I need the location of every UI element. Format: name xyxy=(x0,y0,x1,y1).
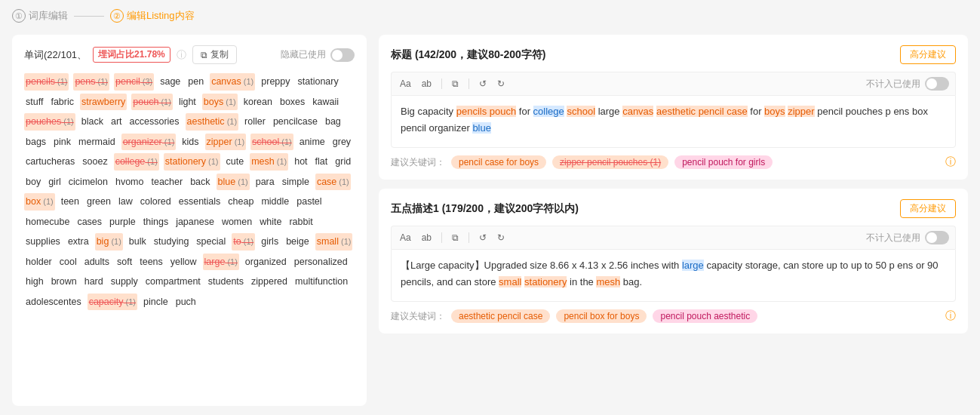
word-pencils[interactable]: pencils (1) xyxy=(24,73,69,91)
word-fabric[interactable]: fabric xyxy=(49,94,75,111)
word-girls[interactable]: girls xyxy=(260,233,280,251)
word-extra[interactable]: extra xyxy=(66,233,91,251)
word-art[interactable]: art xyxy=(109,113,124,131)
word-bags[interactable]: bags xyxy=(24,134,48,151)
word-women[interactable]: women xyxy=(220,214,253,231)
word-back[interactable]: back xyxy=(189,174,211,191)
word-yellow[interactable]: yellow xyxy=(169,254,198,271)
word-pastel[interactable]: pastel xyxy=(295,193,323,211)
word-pen[interactable]: pen xyxy=(186,73,205,91)
word-personalized[interactable]: personalized xyxy=(293,254,349,271)
word-organizer[interactable]: organizer (1) xyxy=(121,134,177,151)
word-girl[interactable]: girl xyxy=(47,174,63,191)
word-mermaid[interactable]: mermaid xyxy=(77,134,117,151)
word-rabbit[interactable]: rabbit xyxy=(287,214,314,231)
word-hard[interactable]: hard xyxy=(83,273,105,290)
word-green[interactable]: green xyxy=(85,193,112,211)
desc-suggest-tag-2[interactable]: pencil box for boys xyxy=(556,309,647,323)
word-things[interactable]: things xyxy=(142,214,170,231)
word-studying[interactable]: studying xyxy=(152,233,191,251)
word-teens[interactable]: teens xyxy=(138,254,164,271)
word-aesthetic[interactable]: aesthetic (1) xyxy=(186,113,239,131)
word-stationary[interactable]: stationary xyxy=(296,73,340,91)
word-supply[interactable]: supply xyxy=(109,273,140,290)
word-compartment[interactable]: compartment xyxy=(144,273,202,290)
word-hot[interactable]: hot xyxy=(293,153,309,171)
word-roller[interactable]: roller xyxy=(243,113,267,131)
embedding-ratio-badge[interactable]: 埋词占比21.78% xyxy=(93,47,171,63)
word-cases[interactable]: cases xyxy=(75,214,103,231)
title-suggest-info-icon[interactable]: ⓘ xyxy=(945,155,956,169)
word-purple[interactable]: purple xyxy=(108,214,137,231)
word-holder[interactable]: holder xyxy=(24,254,54,271)
toolbar-Aa[interactable]: Aa xyxy=(398,78,413,90)
word-cute[interactable]: cute xyxy=(225,153,246,171)
word-high[interactable]: high xyxy=(24,273,45,290)
word-homecube[interactable]: homecube xyxy=(24,214,71,231)
word-light[interactable]: light xyxy=(177,94,198,111)
word-to[interactable]: to (1) xyxy=(232,233,255,251)
word-boxes[interactable]: boxes xyxy=(278,94,306,111)
word-stationery[interactable]: stationery (1) xyxy=(164,153,220,171)
word-para[interactable]: para xyxy=(254,174,276,191)
word-hvomo[interactable]: hvomo xyxy=(114,174,146,191)
word-kids[interactable]: kids xyxy=(180,134,200,151)
desc-suggest-tag-1[interactable]: aesthetic pencil case xyxy=(451,309,550,323)
word-sage[interactable]: sage xyxy=(158,73,182,91)
desc-editor-content[interactable]: 【Large capacity】Upgraded size 8.66 x 4.1… xyxy=(391,249,956,302)
desc-toolbar-copy-icon[interactable]: ⧉ xyxy=(450,232,461,244)
title-suggest-tag-1[interactable]: pencil case for boys xyxy=(451,155,546,169)
word-white[interactable]: white xyxy=(258,214,283,231)
word-grey[interactable]: grey xyxy=(331,134,352,151)
word-flat[interactable]: flat xyxy=(314,153,330,171)
word-black[interactable]: black xyxy=(80,113,105,131)
word-cartucheras[interactable]: cartucheras xyxy=(24,153,76,171)
title-not-count-switch[interactable] xyxy=(925,77,949,91)
word-adolescentes[interactable]: adolescentes xyxy=(24,294,83,311)
word-grid[interactable]: grid xyxy=(333,153,352,171)
word-adults[interactable]: adults xyxy=(83,254,111,271)
desc-not-count-toggle[interactable]: 不计入已使用 xyxy=(866,231,949,244)
word-canvas[interactable]: canvas (1) xyxy=(210,73,255,91)
word-brown[interactable]: brown xyxy=(50,273,78,290)
word-soft[interactable]: soft xyxy=(115,254,134,271)
word-beige[interactable]: beige xyxy=(284,233,311,251)
word-anime[interactable]: anime xyxy=(298,134,327,151)
word-kawaii[interactable]: kawaii xyxy=(311,94,340,111)
word-boy[interactable]: boy xyxy=(24,174,42,191)
word-case[interactable]: case (1) xyxy=(315,174,351,191)
word-supplies[interactable]: supplies xyxy=(24,233,62,251)
word-essentials[interactable]: essentials xyxy=(177,193,223,211)
word-multifunction[interactable]: multifunction xyxy=(293,273,349,290)
desc-not-count-switch[interactable] xyxy=(925,231,949,244)
word-pens[interactable]: pens (1) xyxy=(73,73,109,91)
desc-toolbar-ab[interactable]: ab xyxy=(419,232,434,244)
word-pincle[interactable]: pincle xyxy=(142,294,170,311)
word-preppy[interactable]: preppy xyxy=(260,73,291,91)
word-zipper[interactable]: zipper (1) xyxy=(205,134,247,151)
toolbar-ab[interactable]: ab xyxy=(419,78,434,90)
word-school[interactable]: school (1) xyxy=(250,134,293,151)
word-bag[interactable]: bag xyxy=(324,113,343,131)
word-students[interactable]: students xyxy=(207,273,245,290)
toolbar-undo[interactable]: ↺ xyxy=(477,78,489,90)
word-cheap[interactable]: cheap xyxy=(226,193,255,211)
hide-toggle-switch[interactable] xyxy=(330,48,355,62)
desc-toolbar-redo[interactable]: ↻ xyxy=(495,232,507,244)
word-korean[interactable]: korean xyxy=(242,94,274,111)
word-pencilcase[interactable]: pencilcase xyxy=(272,113,319,131)
word-teacher[interactable]: teacher xyxy=(149,174,184,191)
word-puch[interactable]: puch xyxy=(174,294,198,311)
word-mesh[interactable]: mesh (1) xyxy=(250,153,288,171)
copy-button[interactable]: ⧉ 复制 xyxy=(192,45,237,64)
toolbar-redo[interactable]: ↻ xyxy=(495,78,507,90)
title-not-count-toggle[interactable]: 不计入已使用 xyxy=(866,77,949,91)
word-small[interactable]: small (1) xyxy=(315,233,353,251)
word-japanese[interactable]: japanese xyxy=(174,214,216,231)
word-cool[interactable]: cool xyxy=(58,254,78,271)
word-blue[interactable]: blue (1) xyxy=(217,174,250,191)
info-icon[interactable]: ⓘ xyxy=(177,48,186,62)
word-box[interactable]: box (1) xyxy=(24,193,55,211)
word-organized[interactable]: organized xyxy=(244,254,288,271)
word-pouch[interactable]: pouch (1) xyxy=(131,94,173,111)
